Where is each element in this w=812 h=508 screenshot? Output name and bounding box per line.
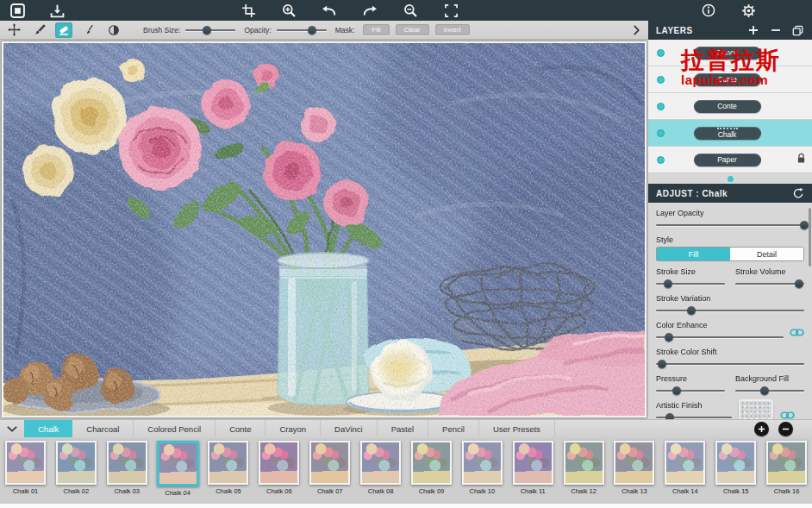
randomize-icon[interactable] xyxy=(791,187,804,200)
settings-gear-icon[interactable] xyxy=(740,2,757,19)
preset-thumbnail-7[interactable]: Chalk 07 xyxy=(304,441,355,503)
preview-icon[interactable] xyxy=(442,2,459,19)
color-enhance-link-icon[interactable] xyxy=(790,325,804,341)
preset-thumb-image[interactable] xyxy=(360,441,401,485)
pressure-knob[interactable] xyxy=(672,386,681,395)
layer-visibility-toggle[interactable] xyxy=(657,103,665,110)
layer-row-pencil[interactable]: Pencil xyxy=(648,40,812,66)
tab-charcoal[interactable]: Charcoal xyxy=(72,420,134,437)
style-detail-option[interactable]: Detail xyxy=(730,248,803,260)
preset-thumbnail-2[interactable]: Chalk 02 xyxy=(51,441,102,503)
preset-thumb-image[interactable] xyxy=(462,441,503,485)
preset-thumb-image[interactable] xyxy=(564,441,604,485)
preset-thumb-image[interactable] xyxy=(56,441,97,485)
preset-thumbnail-5[interactable]: Chalk 05 xyxy=(203,441,254,503)
color-enhance-knob[interactable] xyxy=(665,333,673,342)
preset-thumbnail-6[interactable]: Chalk 06 xyxy=(253,441,304,503)
brush-tool[interactable] xyxy=(30,22,47,38)
preset-thumb-image[interactable] xyxy=(766,441,807,485)
lock-icon[interactable] xyxy=(796,152,806,167)
preset-thumb-image[interactable] xyxy=(665,441,705,485)
layer-visibility-toggle[interactable] xyxy=(657,76,665,84)
preset-thumbnail-1[interactable]: Chalk 01 xyxy=(0,441,51,503)
brush-size-slider[interactable] xyxy=(185,25,235,34)
tab-davinci[interactable]: DaVinci xyxy=(321,420,378,437)
preset-thumbnail-16[interactable]: Chalk 16 xyxy=(761,441,812,503)
preset-thumb-image[interactable] xyxy=(513,441,553,485)
opacity-slider[interactable] xyxy=(277,25,327,34)
tab-chalk[interactable]: Chalk xyxy=(24,420,72,437)
remove-layer-icon[interactable] xyxy=(769,24,782,37)
preset-thumbnail-13[interactable]: Chalk 13 xyxy=(609,441,660,503)
stroke-size-slider[interactable] xyxy=(656,279,725,288)
preset-thumbnail-14[interactable]: Chalk 14 xyxy=(659,441,710,503)
tab-pastel[interactable]: Pastel xyxy=(378,420,428,437)
preset-thumb-image[interactable] xyxy=(614,441,654,485)
style-fill-option[interactable]: Fill xyxy=(657,248,730,260)
preset-thumb-image[interactable] xyxy=(309,441,350,485)
collapse-presets-chevron-icon[interactable] xyxy=(0,420,24,437)
preset-thumb-image[interactable] xyxy=(157,441,199,486)
stroke-color-shift-slider[interactable] xyxy=(656,359,804,368)
layer-opacity-slider[interactable] xyxy=(656,220,804,229)
stroke-color-shift-knob[interactable] xyxy=(658,360,666,368)
tab-pencil[interactable]: Pencil xyxy=(428,420,479,437)
preset-thumbnail-4-selected[interactable]: Chalk 04 xyxy=(153,441,203,503)
stroke-volume-knob[interactable] xyxy=(795,279,803,288)
page-dot[interactable] xyxy=(728,176,734,182)
mask-fill-button[interactable]: Fill xyxy=(363,24,389,35)
bottom-scrollbar-track[interactable] xyxy=(0,503,812,508)
preset-thumb-image[interactable] xyxy=(5,441,46,485)
layer-pill-chalk[interactable]: Chalk xyxy=(694,127,761,140)
preset-thumb-image[interactable] xyxy=(715,441,756,485)
preset-thumb-image[interactable] xyxy=(259,441,299,485)
info-icon[interactable] xyxy=(700,2,717,19)
preset-thumb-image[interactable] xyxy=(208,441,248,485)
zoom-in-icon[interactable] xyxy=(280,2,297,19)
preset-thumbnail-10[interactable]: Chalk 10 xyxy=(457,441,508,503)
preset-thumbnail-12[interactable]: Chalk 12 xyxy=(559,441,609,503)
zoom-out-icon[interactable] xyxy=(402,2,419,19)
preset-thumbnail-9[interactable]: Chalk 09 xyxy=(406,441,457,503)
layer-row-paper[interactable]: Paper xyxy=(648,147,812,173)
tab-colored-pencil[interactable]: Colored Pencil xyxy=(134,420,215,437)
background-fill-slider[interactable] xyxy=(735,386,804,395)
layer-row-conte-2[interactable]: Conte xyxy=(648,93,812,120)
mask-clear-button[interactable]: Clear xyxy=(396,24,429,35)
stroke-size-knob[interactable] xyxy=(664,279,672,288)
duplicate-layers-icon[interactable] xyxy=(791,24,804,37)
redo-icon[interactable] xyxy=(361,2,378,19)
brush-size-knob[interactable] xyxy=(203,26,211,34)
preset-thumbnail-11[interactable]: Chalk 11 xyxy=(508,441,559,503)
layer-row-conte-1[interactable]: Conte xyxy=(648,66,812,93)
preset-thumb-image[interactable] xyxy=(107,441,147,485)
layer-opacity-knob[interactable] xyxy=(800,221,809,229)
tab-crayon[interactable]: Crayon xyxy=(265,420,321,437)
layer-pill-pencil[interactable]: Pencil xyxy=(694,47,761,60)
stroke-volume-slider[interactable] xyxy=(735,279,804,288)
preset-thumbnail-15[interactable]: Chalk 15 xyxy=(710,441,761,503)
layer-pill-conte-1[interactable]: Conte xyxy=(694,73,761,86)
undo-icon[interactable] xyxy=(321,2,338,19)
preset-thumb-image[interactable] xyxy=(411,441,452,485)
stroke-variation-knob[interactable] xyxy=(687,306,696,315)
crop-icon[interactable] xyxy=(240,2,257,19)
artwork-image[interactable] xyxy=(3,43,645,416)
layer-row-chalk-selected[interactable]: Chalk xyxy=(648,120,812,147)
preset-thumbnail-8[interactable]: Chalk 08 xyxy=(355,441,406,503)
add-preset-icon[interactable] xyxy=(754,422,769,436)
detail-brush-tool[interactable] xyxy=(80,22,97,38)
import-icon[interactable] xyxy=(48,2,66,19)
move-tool[interactable] xyxy=(5,22,22,38)
tab-conte[interactable]: Conte xyxy=(215,420,265,437)
eraser-tool[interactable] xyxy=(55,22,72,38)
opacity-knob[interactable] xyxy=(308,26,316,34)
add-layer-icon[interactable] xyxy=(746,24,759,37)
layer-pill-conte-2[interactable]: Conte xyxy=(694,100,761,113)
layer-pill-paper[interactable]: Paper xyxy=(694,154,761,166)
mask-invert-button[interactable]: Invert xyxy=(435,24,470,35)
background-fill-knob[interactable] xyxy=(760,386,769,395)
layer-visibility-toggle[interactable] xyxy=(657,49,665,57)
pressure-slider[interactable] xyxy=(656,386,725,395)
stroke-variation-slider[interactable] xyxy=(656,305,804,315)
